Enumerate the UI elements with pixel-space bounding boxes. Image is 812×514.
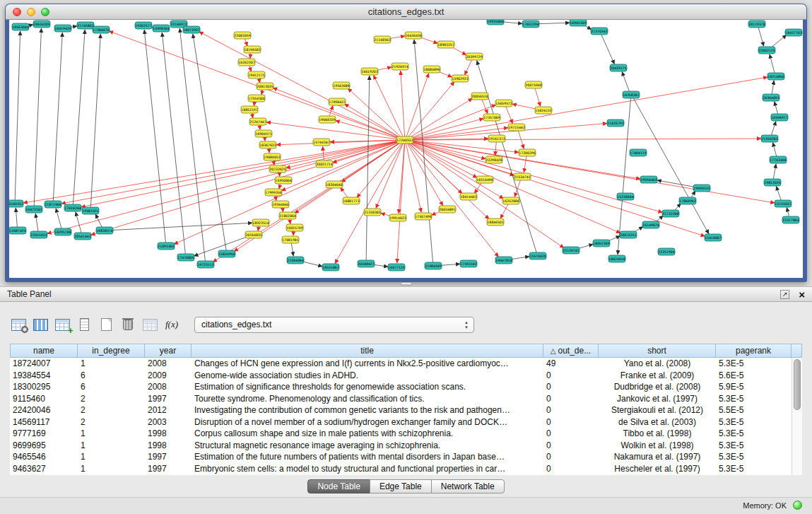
panel-splitter-handle[interactable]	[401, 282, 412, 286]
network-node[interactable]: 18295708	[54, 228, 71, 235]
network-node[interactable]: 16904571	[255, 130, 272, 137]
network-edge[interactable]	[758, 27, 764, 47]
network-node[interactable]: 16677125	[388, 264, 405, 271]
table-row[interactable]: 911546021997Tourette syndrome. Phenomeno…	[10, 393, 792, 405]
function-builder-icon[interactable]: f(x)	[163, 316, 180, 333]
network-node[interactable]: 21330305	[364, 209, 381, 216]
tab-node-table[interactable]: Node Table	[307, 479, 370, 493]
network-node[interactable]: 19715442	[508, 124, 525, 131]
network-node[interactable]: 17357069	[483, 114, 500, 121]
network-edge[interactable]	[193, 34, 226, 251]
network-edge[interactable]	[408, 141, 705, 236]
network-edge[interactable]	[291, 243, 293, 256]
network-node[interactable]: 16838570	[96, 227, 113, 234]
network-edge[interactable]	[408, 141, 620, 233]
network-node[interactable]: 19086053	[264, 153, 281, 160]
column-header-pagerank[interactable]: pagerank	[716, 344, 792, 358]
network-node[interactable]: 20634891	[439, 206, 456, 213]
network-edge[interactable]	[407, 81, 454, 138]
network-node[interactable]: 18624018	[608, 255, 625, 262]
table-row[interactable]: 1456911722003Disruption of a novel membe…	[10, 416, 792, 428]
network-edge[interactable]	[90, 34, 100, 208]
network-edge[interactable]	[401, 71, 405, 137]
network-edge[interactable]	[772, 81, 774, 95]
network-node[interactable]: 16436438	[405, 32, 422, 39]
network-node[interactable]: 20119378	[748, 21, 765, 28]
network-node[interactable]: 17999356	[265, 189, 282, 196]
network-edge[interactable]	[90, 141, 401, 235]
network-node[interactable]: 18846501	[487, 218, 504, 226]
network-node[interactable]: 20732625	[269, 165, 286, 173]
network-edge[interactable]	[213, 141, 402, 262]
network-node[interactable]: 21247447	[249, 118, 266, 125]
memory-ok-indicator-icon[interactable]	[793, 501, 802, 510]
network-node[interactable]: 17554300	[248, 95, 265, 102]
network-edge[interactable]	[95, 214, 102, 228]
network-node[interactable]: 15744347	[313, 139, 330, 146]
network-node[interactable]: 15834950	[218, 250, 235, 257]
network-node[interactable]: 18923514	[252, 219, 269, 226]
new-document-icon[interactable]	[98, 316, 114, 333]
table-row[interactable]: 977716911998Corpus callosum shape and si…	[10, 428, 792, 440]
network-node[interactable]: 19723112	[197, 261, 214, 268]
network-edge[interactable]	[481, 98, 488, 113]
network-node[interactable]: 20160351	[9, 200, 23, 207]
network-node[interactable]: 15659572	[495, 100, 512, 107]
column-selector-icon[interactable]	[32, 316, 49, 333]
row-selector-icon[interactable]	[76, 316, 93, 333]
network-edge[interactable]	[16, 208, 17, 228]
network-node[interactable]: 19812035	[764, 179, 781, 186]
table-scrollbar[interactable]	[792, 358, 802, 475]
network-node[interactable]: 22139741	[563, 247, 579, 254]
network-edge[interactable]	[505, 106, 512, 124]
network-edge[interactable]	[524, 156, 526, 173]
network-node[interactable]: 22251904	[658, 248, 675, 255]
network-edge[interactable]	[399, 143, 404, 214]
network-node[interactable]: 19556402	[640, 176, 657, 183]
delete-rows-icon[interactable]	[119, 316, 136, 333]
network-node[interactable]: 15824132	[535, 107, 552, 114]
network-node[interactable]: 21984509	[425, 262, 442, 269]
network-edge[interactable]	[397, 143, 405, 263]
network-node[interactable]: 17652294	[522, 21, 539, 28]
network-edge[interactable]	[47, 141, 402, 233]
network-node[interactable]: 18414403	[460, 193, 477, 200]
network-node[interactable]: 15576620	[529, 252, 546, 259]
network-edge[interactable]	[373, 75, 403, 137]
network-edge[interactable]	[601, 34, 614, 64]
network-node[interactable]: 18531867	[322, 264, 339, 271]
network-edge[interactable]	[495, 141, 497, 156]
network-node[interactable]: 21370542	[591, 28, 608, 35]
network-node[interactable]: 17868903	[679, 197, 696, 204]
table-row[interactable]: 969969511998Structural magnetic resonanc…	[10, 440, 792, 452]
column-header-out_degree[interactable]: △out_de...	[543, 344, 599, 358]
network-node[interactable]: 19412175	[248, 71, 265, 78]
network-node[interactable]: 15902923	[452, 75, 469, 82]
network-edge[interactable]	[770, 54, 775, 74]
network-edge[interactable]	[73, 30, 85, 205]
column-header-in_degree[interactable]: in_degree	[78, 344, 145, 358]
column-header-short[interactable]: short	[599, 344, 716, 358]
network-node[interactable]: 21626793	[607, 119, 624, 127]
network-edge[interactable]	[406, 143, 421, 212]
column-header-title[interactable]: title	[192, 344, 543, 358]
network-edge[interactable]	[53, 33, 62, 201]
network-node[interactable]: 19344640	[272, 201, 289, 208]
network-node[interactable]: 18214850	[767, 73, 784, 80]
network-node[interactable]: 19914622	[389, 214, 406, 221]
network-node[interactable]: 21732208	[662, 210, 679, 217]
zoom-window-button[interactable]	[41, 8, 49, 16]
network-edge[interactable]	[622, 71, 630, 92]
network-node[interactable]: 16358361	[623, 91, 640, 98]
column-header-name[interactable]: name	[10, 344, 78, 358]
network-node[interactable]: 16019429	[54, 25, 71, 32]
network-node[interactable]: 18852197	[241, 106, 258, 113]
network-edge[interactable]	[407, 142, 443, 205]
network-node[interactable]: 19262577	[135, 22, 152, 29]
table-row[interactable]: 1938455462009Genome-wide association stu…	[10, 370, 792, 382]
network-node[interactable]: 15410067	[705, 234, 722, 241]
network-node[interactable]: 17507498	[415, 213, 432, 220]
network-node[interactable]: 17593102	[460, 260, 477, 267]
network-node[interactable]: 16262207	[238, 59, 255, 66]
network-node[interactable]: 21926974	[392, 63, 408, 70]
